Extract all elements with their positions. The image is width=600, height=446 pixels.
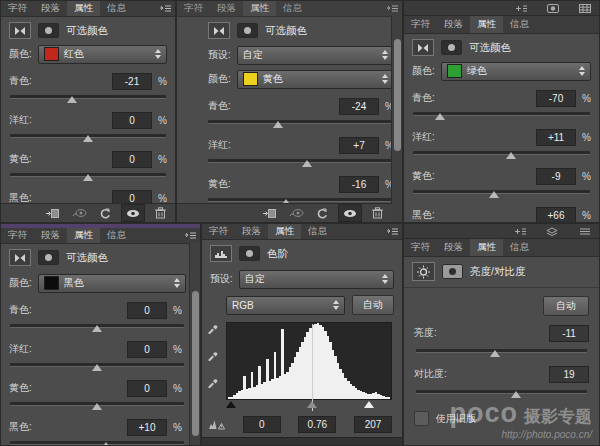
slider-thumb[interactable] [101, 442, 111, 446]
gray-point-eyedropper-icon[interactable] [207, 349, 219, 361]
slider-thumb[interactable] [83, 174, 93, 181]
scrollbar-track[interactable] [189, 243, 200, 445]
slider-thumb[interactable] [490, 350, 500, 357]
auto-button[interactable]: 自动 [352, 295, 394, 315]
cyan-slider[interactable] [10, 93, 166, 102]
grid-icon[interactable] [579, 4, 591, 13]
magenta-value[interactable]: +7 [339, 137, 379, 154]
contrast-value[interactable]: 19 [549, 366, 589, 383]
previous-state-eye-icon[interactable] [289, 208, 304, 218]
cyan-slider[interactable] [413, 110, 590, 119]
tab-properties[interactable]: 属性 [268, 224, 301, 239]
tab-paragraph[interactable]: 段落 [210, 1, 243, 16]
channel-select[interactable]: RGB [226, 296, 345, 315]
tab-paragraph[interactable]: 段落 [437, 239, 470, 256]
cyan-slider[interactable] [10, 322, 184, 331]
histogram-refresh-icon[interactable] [208, 419, 225, 430]
yellow-value[interactable]: 0 [112, 151, 152, 168]
layer-mask-icon[interactable] [237, 23, 258, 38]
cyan-value[interactable]: -70 [536, 90, 576, 107]
contrast-slider[interactable] [416, 388, 587, 397]
slider-thumb[interactable] [92, 403, 102, 410]
layer-mask-icon[interactable] [239, 246, 260, 261]
tab-info[interactable]: 信息 [301, 224, 334, 239]
new-item-icon[interactable] [513, 227, 526, 236]
panel-menu-icon[interactable] [387, 1, 402, 16]
tab-character[interactable]: 字符 [404, 239, 437, 256]
black-slider[interactable] [10, 439, 184, 446]
black-value[interactable]: +10 [127, 419, 167, 436]
magenta-value[interactable]: 0 [112, 112, 152, 129]
magenta-value[interactable]: +11 [536, 129, 576, 146]
white-point-slider[interactable] [364, 401, 374, 408]
slider-thumb[interactable] [83, 135, 93, 142]
reset-icon[interactable] [316, 208, 328, 219]
yellow-slider[interactable] [10, 171, 166, 180]
slider-thumb[interactable] [67, 96, 77, 103]
shadow-input-value[interactable]: 0 [243, 416, 281, 433]
magenta-value[interactable]: 0 [127, 341, 167, 358]
preset-select[interactable]: 自定 [239, 270, 394, 289]
visibility-eye-icon[interactable] [338, 204, 362, 222]
slider-thumb[interactable] [511, 391, 521, 398]
scrollbar-thumb[interactable] [394, 39, 401, 151]
tab-paragraph[interactable]: 段落 [34, 1, 67, 16]
yellow-slider[interactable] [413, 188, 590, 197]
color-select[interactable]: 红色 [38, 45, 167, 64]
white-point-eyedropper-icon[interactable] [207, 376, 219, 388]
cyan-slider[interactable] [208, 118, 393, 127]
color-select[interactable]: 黑色 [38, 274, 186, 293]
tab-info[interactable]: 信息 [100, 228, 133, 243]
tab-character[interactable]: 字符 [202, 224, 235, 239]
scrollbar-thumb[interactable] [192, 291, 199, 436]
previous-state-eye-icon[interactable] [72, 208, 87, 218]
tab-info[interactable]: 信息 [503, 239, 536, 256]
black-point-eyedropper-icon[interactable] [207, 322, 219, 334]
slider-thumb[interactable] [489, 191, 499, 198]
new-item-icon[interactable] [514, 4, 527, 13]
tab-character[interactable]: 字符 [177, 1, 210, 16]
auto-button[interactable]: 自动 [543, 296, 589, 316]
layer-mask-icon[interactable] [38, 23, 59, 38]
cyan-value[interactable]: 0 [127, 302, 167, 319]
menu-lines-icon[interactable] [579, 227, 591, 236]
yellow-value[interactable]: 0 [127, 380, 167, 397]
layers-icon[interactable] [546, 227, 559, 236]
camera-icon[interactable] [547, 4, 559, 13]
magenta-slider[interactable] [10, 132, 166, 141]
black-point-slider[interactable] [226, 401, 236, 408]
cyan-value[interactable]: -21 [112, 73, 152, 90]
visibility-eye-icon[interactable] [121, 204, 145, 222]
tab-properties[interactable]: 属性 [470, 16, 503, 33]
midtone-slider[interactable] [307, 401, 317, 408]
tab-properties[interactable]: 属性 [470, 239, 503, 256]
slider-thumb[interactable] [506, 152, 516, 159]
tab-properties[interactable]: 属性 [67, 228, 100, 243]
panel-menu-icon[interactable] [160, 1, 175, 16]
magenta-slider[interactable] [208, 157, 393, 166]
layer-mask-icon[interactable] [38, 250, 59, 265]
scrollbar-track[interactable] [391, 15, 402, 222]
yellow-value[interactable]: -16 [339, 176, 379, 193]
yellow-slider[interactable] [10, 400, 184, 409]
panel-menu-icon[interactable] [387, 224, 402, 239]
midtone-input-value[interactable]: 0.76 [298, 416, 336, 433]
cyan-value[interactable]: -24 [339, 98, 379, 115]
black-value[interactable]: +66 [536, 207, 576, 224]
tab-info[interactable]: 信息 [100, 1, 133, 16]
delete-trash-icon[interactable] [372, 207, 383, 219]
magenta-slider[interactable] [413, 149, 590, 158]
color-select[interactable]: 绿色 [441, 62, 591, 81]
tab-character[interactable]: 字符 [1, 228, 34, 243]
tab-paragraph[interactable]: 段落 [34, 228, 67, 243]
yellow-value[interactable]: -9 [536, 168, 576, 185]
tab-info[interactable]: 信息 [503, 16, 536, 33]
clip-to-layer-icon[interactable] [46, 208, 60, 219]
slider-thumb[interactable] [92, 325, 102, 332]
color-select[interactable]: 黄色 [237, 70, 394, 89]
layer-mask-icon[interactable] [441, 40, 462, 55]
slider-thumb[interactable] [92, 364, 102, 371]
tab-paragraph[interactable]: 段落 [437, 16, 470, 33]
tab-character[interactable]: 字符 [404, 16, 437, 33]
brightness-value[interactable]: -11 [549, 325, 589, 342]
